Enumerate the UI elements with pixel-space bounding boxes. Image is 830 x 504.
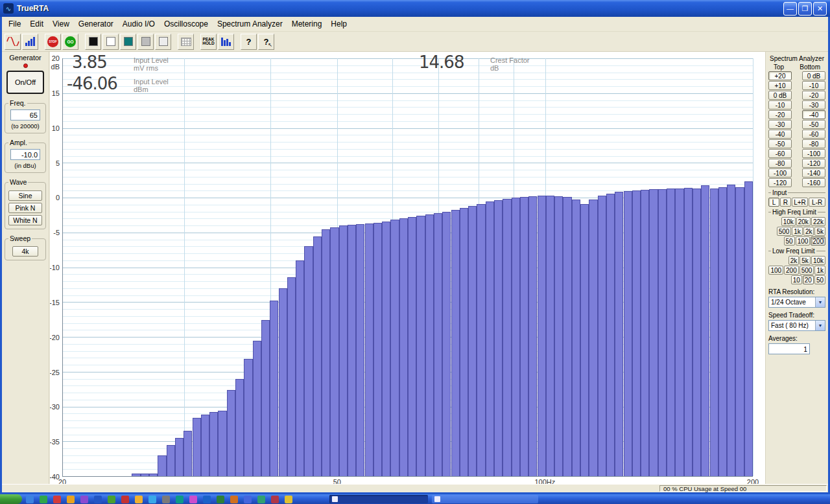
chevron-down-icon[interactable]: ▼ xyxy=(815,297,825,307)
input-l-minus-r-button[interactable]: L-R xyxy=(809,198,825,207)
chevron-down-icon[interactable]: ▼ xyxy=(815,321,825,330)
hf-200-button[interactable]: 200 xyxy=(811,236,825,246)
top-minus10-button[interactable]: -10 xyxy=(768,100,792,109)
lf-5k-button[interactable]: 5k xyxy=(800,256,811,265)
wave-sine-button[interactable]: Sine xyxy=(8,190,42,201)
input-left-button[interactable]: L xyxy=(768,198,779,207)
bottom-minus30-button[interactable]: -30 xyxy=(802,100,825,109)
start-button[interactable] xyxy=(0,494,22,504)
quick-launch-icon[interactable] xyxy=(40,496,47,503)
menu-edit[interactable]: Edit xyxy=(25,17,48,30)
bottom-minus50-button[interactable]: -50 xyxy=(802,120,825,129)
top-minus60-button[interactable]: -60 xyxy=(768,149,792,158)
top-minus80-button[interactable]: -80 xyxy=(768,159,792,168)
hf-20k-button[interactable]: 20k xyxy=(796,217,811,226)
input-l-plus-r-button[interactable]: L+R xyxy=(792,198,809,207)
menu-generator[interactable]: Generator xyxy=(74,17,118,30)
black-color-swatch-icon[interactable] xyxy=(85,34,101,50)
go-icon[interactable]: GO xyxy=(62,34,78,50)
input-right-button[interactable]: R xyxy=(780,198,791,207)
stop-icon[interactable]: STOP xyxy=(45,34,61,50)
light-gray-color-swatch-icon[interactable] xyxy=(155,34,171,50)
bottom-minus80-button[interactable]: -80 xyxy=(802,139,825,148)
taskbar-task-button[interactable] xyxy=(432,495,538,503)
hf-2k-button[interactable]: 2k xyxy=(803,227,814,236)
quick-launch-icon[interactable] xyxy=(67,496,75,503)
freq-input[interactable] xyxy=(10,109,40,120)
close-button[interactable]: ✕ xyxy=(813,2,827,16)
context-help-icon[interactable]: ?↖ xyxy=(258,34,274,50)
lf-50-button[interactable]: 50 xyxy=(814,275,825,284)
grid-icon[interactable] xyxy=(178,34,194,50)
help-icon[interactable]: ? xyxy=(241,34,257,50)
top-plus20-button[interactable]: +20 xyxy=(768,71,792,80)
wave-white-noise-button[interactable]: White N xyxy=(8,215,42,225)
menu-file[interactable]: File xyxy=(4,17,25,30)
hf-50-button[interactable]: 50 xyxy=(784,236,795,246)
quick-launch-icon[interactable] xyxy=(121,496,129,503)
bottom-0db-button[interactable]: 0 dB xyxy=(802,71,825,80)
quick-launch-icon[interactable] xyxy=(135,496,143,503)
lf-1k-button[interactable]: 1k xyxy=(814,266,825,275)
speed-tradeoff-dropdown[interactable]: Fast ( 80 Hz) ▼ xyxy=(768,320,825,331)
top-plus10-button[interactable]: +10 xyxy=(768,81,792,90)
bottom-minus120-button[interactable]: -120 xyxy=(802,159,825,168)
lf-20-button[interactable]: 20 xyxy=(803,275,814,284)
quick-launch-icon[interactable] xyxy=(148,496,156,503)
quick-launch-icon[interactable] xyxy=(244,496,252,503)
peak-hold-button[interactable]: PEAKHOLD xyxy=(200,34,217,50)
rta-resolution-dropdown[interactable]: 1/24 Octave ▼ xyxy=(768,297,825,308)
quick-launch-icon[interactable] xyxy=(162,496,170,503)
lf-500-button[interactable]: 500 xyxy=(800,266,814,275)
top-minus120-button[interactable]: -120 xyxy=(768,178,792,187)
menu-audio-io[interactable]: Audio I/O xyxy=(118,17,160,30)
bottom-minus20-button[interactable]: -20 xyxy=(802,91,825,100)
top-minus30-button[interactable]: -30 xyxy=(768,120,792,129)
quick-launch-icon[interactable] xyxy=(285,496,292,503)
quick-launch-icon[interactable] xyxy=(26,496,34,503)
hf-5k-button[interactable]: 5k xyxy=(814,227,825,236)
hf-500-button[interactable]: 500 xyxy=(777,227,792,236)
spectrum-display-icon[interactable] xyxy=(22,34,38,50)
menu-metering[interactable]: Metering xyxy=(287,17,327,30)
lf-200-button[interactable]: 200 xyxy=(784,266,799,275)
top-minus100-button[interactable]: -100 xyxy=(768,168,792,178)
bottom-minus140-button[interactable]: -140 xyxy=(802,168,825,178)
menu-oscilloscope[interactable]: Oscilloscope xyxy=(160,17,213,30)
hf-22k-button[interactable]: 22k xyxy=(811,217,825,226)
gray-color-swatch-icon[interactable] xyxy=(137,34,154,50)
hf-1k-button[interactable]: 1k xyxy=(792,227,803,236)
quick-launch-icon[interactable] xyxy=(80,496,88,503)
lf-10-button[interactable]: 10 xyxy=(791,275,802,284)
generator-onoff-button[interactable]: On/Off xyxy=(6,71,44,94)
taskbar-active-task-button[interactable] xyxy=(329,495,428,503)
ampl-input[interactable] xyxy=(10,149,40,160)
lf-2k-button[interactable]: 2k xyxy=(788,256,800,265)
hf-100-button[interactable]: 100 xyxy=(796,236,811,246)
top-minus40-button[interactable]: -40 xyxy=(768,130,792,139)
quick-launch-icon[interactable] xyxy=(257,496,265,503)
quick-launch-icon[interactable] xyxy=(94,496,102,503)
menu-help[interactable]: Help xyxy=(326,17,351,30)
quick-launch-icon[interactable] xyxy=(176,496,184,503)
sweep-4k-button[interactable]: 4k xyxy=(12,246,38,257)
title-bar[interactable]: ∿ TrueRTA — ❐ ✕ xyxy=(0,0,830,17)
top-0db-button[interactable]: 0 dB xyxy=(768,91,792,100)
averages-input[interactable] xyxy=(768,343,810,354)
teal-color-swatch-icon[interactable] xyxy=(120,34,136,50)
menu-view[interactable]: View xyxy=(48,17,74,30)
bottom-minus40-button[interactable]: -40 xyxy=(802,110,825,119)
bottom-minus160-button[interactable]: -160 xyxy=(802,178,825,187)
top-minus20-button[interactable]: -20 xyxy=(768,110,792,119)
quick-launch-icon[interactable] xyxy=(217,496,224,503)
wave-pink-noise-button[interactable]: Pink N xyxy=(8,203,42,213)
quick-launch-icon[interactable] xyxy=(189,496,197,503)
sine-wave-icon[interactable] xyxy=(5,34,21,50)
lf-100-button[interactable]: 100 xyxy=(768,266,783,275)
maximize-button[interactable]: ❐ xyxy=(798,2,812,16)
lf-10k-button[interactable]: 10k xyxy=(811,256,825,265)
hf-10k-button[interactable]: 10k xyxy=(781,217,796,226)
quick-launch-icon[interactable] xyxy=(203,496,211,503)
quick-launch-icon[interactable] xyxy=(271,496,279,503)
bar-graph-icon[interactable] xyxy=(218,34,234,50)
